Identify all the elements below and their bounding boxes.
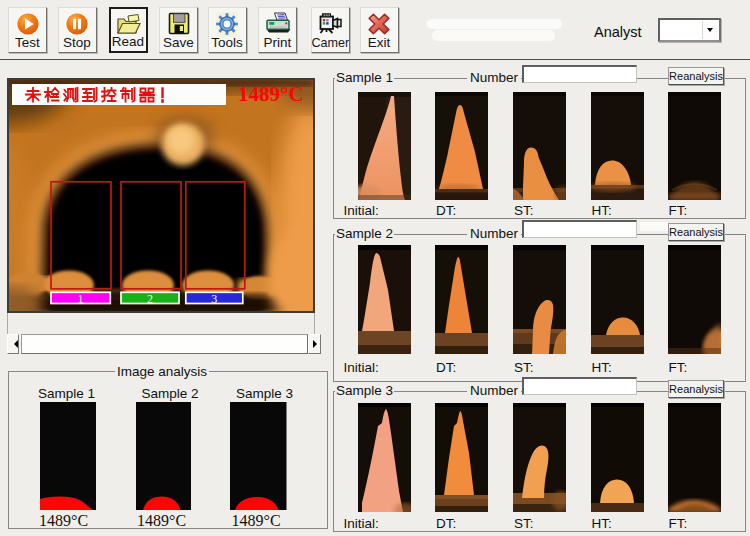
svg-text:1: 1 [78,292,84,306]
svg-text:3: 3 [211,292,217,306]
svg-text:2: 2 [147,292,153,306]
svg-text:1489°C: 1489°C [238,82,304,106]
